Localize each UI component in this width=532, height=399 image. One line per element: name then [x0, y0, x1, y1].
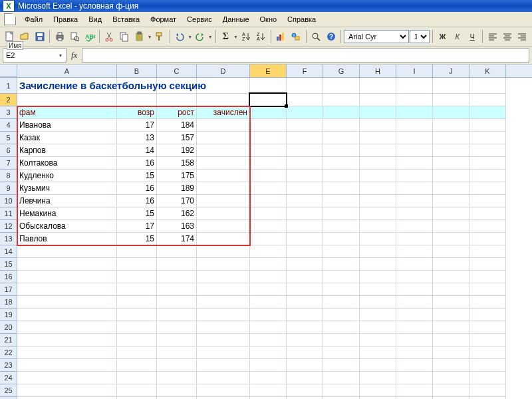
cell-C9[interactable]: 189	[157, 182, 197, 195]
undo-icon[interactable]	[173, 29, 187, 45]
cell-K21[interactable]	[469, 334, 506, 346]
cell-F1[interactable]	[287, 78, 323, 94]
row-header[interactable]: 25	[0, 384, 17, 397]
cell-J8[interactable]	[433, 170, 469, 182]
cell-E7[interactable]	[250, 157, 287, 170]
cell-K20[interactable]	[469, 321, 506, 334]
col-header-D[interactable]: D	[197, 65, 250, 77]
cell-B2[interactable]	[117, 94, 157, 106]
cell-D24[interactable]	[197, 372, 250, 384]
italic-button[interactable]: К	[450, 29, 464, 45]
cell-I24[interactable]	[396, 372, 433, 384]
cell-H25[interactable]	[360, 384, 396, 397]
cell-C2[interactable]	[157, 94, 197, 106]
cell-F3[interactable]	[287, 106, 323, 119]
row-header[interactable]: 23	[0, 359, 17, 372]
col-header-G[interactable]: G	[323, 65, 360, 77]
cell-A8[interactable]: Кудленко	[17, 170, 117, 182]
cell-B12[interactable]: 17	[117, 220, 157, 233]
cell-B18[interactable]	[117, 296, 157, 309]
cell-G5[interactable]	[323, 132, 360, 144]
cell-F9[interactable]	[287, 182, 323, 195]
row-header[interactable]: 13	[0, 233, 17, 245]
cell-F17[interactable]	[287, 283, 323, 296]
col-header-J[interactable]: J	[433, 65, 469, 77]
cell-E23[interactable]	[250, 359, 287, 372]
cell-H24[interactable]	[360, 372, 396, 384]
autosum-dropdown-icon[interactable]: ▼	[233, 35, 238, 39]
col-header-I[interactable]: I	[396, 65, 433, 77]
cell-C23[interactable]	[157, 359, 197, 372]
cell-I19[interactable]	[396, 309, 433, 321]
cell-C24[interactable]	[157, 372, 197, 384]
cell-H8[interactable]	[360, 170, 396, 182]
cell-J23[interactable]	[433, 359, 469, 372]
cell-F16[interactable]	[287, 271, 323, 283]
cell-J9[interactable]	[433, 182, 469, 195]
cell-B6[interactable]: 14	[117, 144, 157, 157]
cell-C14[interactable]	[157, 245, 197, 258]
menu-edit[interactable]: Правка	[49, 14, 82, 25]
cell-J10[interactable]	[433, 195, 469, 207]
fx-icon[interactable]: fx	[68, 50, 80, 61]
cell-B15[interactable]	[117, 258, 157, 271]
cell-G19[interactable]	[323, 309, 360, 321]
cell-D22[interactable]	[197, 346, 250, 359]
align-center-icon[interactable]	[500, 29, 514, 45]
cell-H23[interactable]	[360, 359, 396, 372]
cell-F22[interactable]	[287, 346, 323, 359]
drawing-icon[interactable]	[289, 29, 303, 45]
cell-C13[interactable]: 174	[157, 233, 197, 245]
cell-K7[interactable]	[469, 157, 506, 170]
cell-D14[interactable]	[197, 245, 250, 258]
col-header-E[interactable]: E	[250, 65, 287, 77]
cell-I8[interactable]	[396, 170, 433, 182]
cell-G25[interactable]	[323, 384, 360, 397]
cell-H4[interactable]	[360, 119, 396, 132]
cell-G15[interactable]	[323, 258, 360, 271]
cell-E8[interactable]	[250, 170, 287, 182]
name-box[interactable]	[3, 49, 55, 62]
cell-A6[interactable]: Карпов	[17, 144, 117, 157]
cell-A22[interactable]	[17, 346, 117, 359]
cell-C8[interactable]: 175	[157, 170, 197, 182]
cell-G4[interactable]	[323, 119, 360, 132]
cell-F8[interactable]	[287, 170, 323, 182]
cell-C21[interactable]	[157, 334, 197, 346]
cell-E10[interactable]	[250, 195, 287, 207]
cell-F21[interactable]	[287, 334, 323, 346]
cell-C3[interactable]: рост	[157, 106, 197, 119]
cell-I10[interactable]	[396, 195, 433, 207]
cell-G1[interactable]	[323, 78, 360, 94]
cell-D9[interactable]	[197, 182, 250, 195]
cell-C10[interactable]: 170	[157, 195, 197, 207]
col-header-F[interactable]: F	[287, 65, 323, 77]
cell-G17[interactable]	[323, 283, 360, 296]
cell-A23[interactable]	[17, 359, 117, 372]
row-header[interactable]: 9	[0, 182, 17, 195]
cell-E16[interactable]	[250, 271, 287, 283]
cell-K13[interactable]	[469, 233, 506, 245]
row-header[interactable]: 4	[0, 119, 17, 132]
cell-F14[interactable]	[287, 245, 323, 258]
cell-B21[interactable]	[117, 334, 157, 346]
cell-A11[interactable]: Немакина	[17, 207, 117, 220]
cell-I6[interactable]	[396, 144, 433, 157]
cell-J7[interactable]	[433, 157, 469, 170]
cell-F6[interactable]	[287, 144, 323, 157]
cell-I23[interactable]	[396, 359, 433, 372]
cell-E4[interactable]	[250, 119, 287, 132]
cell-E6[interactable]	[250, 144, 287, 157]
cell-G16[interactable]	[323, 271, 360, 283]
cell-F18[interactable]	[287, 296, 323, 309]
cell-F10[interactable]	[287, 195, 323, 207]
cell-K24[interactable]	[469, 372, 506, 384]
cell-G6[interactable]	[323, 144, 360, 157]
spelling-icon[interactable]: ABC	[82, 29, 96, 45]
cell-J1[interactable]	[433, 78, 469, 94]
cell-A25[interactable]	[17, 384, 117, 397]
cell-J17[interactable]	[433, 283, 469, 296]
cell-K14[interactable]	[469, 245, 506, 258]
row-header[interactable]: 24	[0, 372, 17, 384]
cell-J20[interactable]	[433, 321, 469, 334]
